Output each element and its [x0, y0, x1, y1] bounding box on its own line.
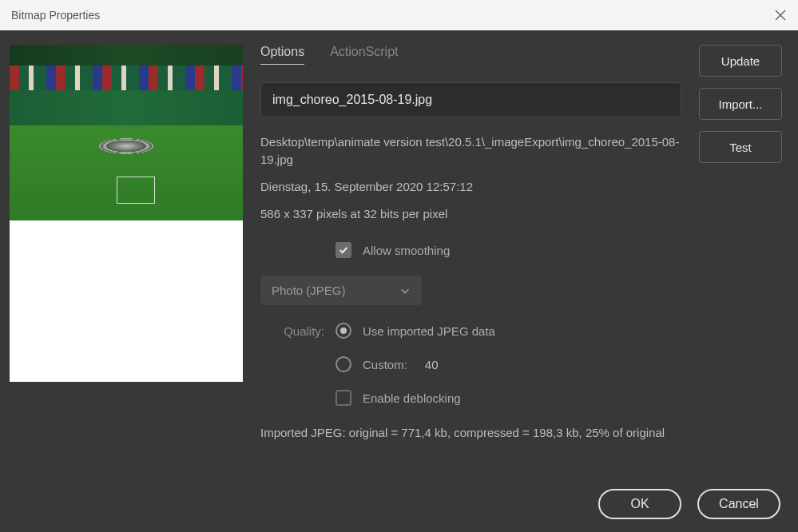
- enable-deblocking-checkbox[interactable]: [335, 390, 351, 406]
- quality-imported-label: Use imported JPEG data: [363, 324, 495, 338]
- close-icon[interactable]: [774, 9, 787, 22]
- file-dimensions: 586 x 337 pixels at 32 bits per pixel: [260, 205, 681, 223]
- quality-custom-label: Custom:: [363, 358, 407, 371]
- dialog-body: Options ActionScript Desktop\temp\animat…: [0, 30, 798, 532]
- window-title: Bitmap Properties: [11, 9, 100, 22]
- options-panel: Options ActionScript Desktop\temp\animat…: [260, 45, 681, 478]
- file-path: Desktop\temp\animate version test\20.5.1…: [260, 133, 681, 169]
- preview-column: [10, 45, 243, 478]
- tabs: Options ActionScript: [260, 45, 681, 65]
- imported-jpeg-note: Imported JPEG: original = 771,4 kb, comp…: [260, 423, 681, 443]
- titlebar: Bitmap Properties: [0, 0, 798, 30]
- filename-input[interactable]: [260, 82, 681, 117]
- cancel-button[interactable]: Cancel: [697, 489, 780, 519]
- allow-smoothing-checkbox[interactable]: [335, 242, 351, 258]
- chevron-down-icon: [399, 285, 411, 296]
- test-button[interactable]: Test: [699, 131, 782, 163]
- tab-options[interactable]: Options: [260, 45, 304, 65]
- quality-custom-value: 40: [425, 358, 439, 371]
- compression-select[interactable]: Photo (JPEG): [260, 276, 422, 305]
- side-buttons: Update Import... Test: [699, 45, 782, 478]
- quality-custom-radio[interactable]: [335, 356, 351, 372]
- allow-smoothing-label: Allow smoothing: [363, 244, 450, 257]
- ok-button[interactable]: OK: [598, 489, 681, 519]
- bitmap-preview: [10, 45, 243, 382]
- update-button[interactable]: Update: [699, 45, 782, 77]
- compression-value: Photo (JPEG): [272, 284, 346, 297]
- import-button[interactable]: Import...: [699, 88, 782, 120]
- quality-imported-radio[interactable]: [335, 323, 351, 339]
- file-date: Dienstag, 15. September 2020 12:57:12: [260, 178, 681, 196]
- quality-label: Quality:: [260, 324, 324, 338]
- preview-image: [10, 45, 243, 220]
- footer: OK Cancel: [10, 489, 782, 519]
- enable-deblocking-label: Enable deblocking: [363, 391, 461, 405]
- tab-actionscript[interactable]: ActionScript: [330, 45, 398, 65]
